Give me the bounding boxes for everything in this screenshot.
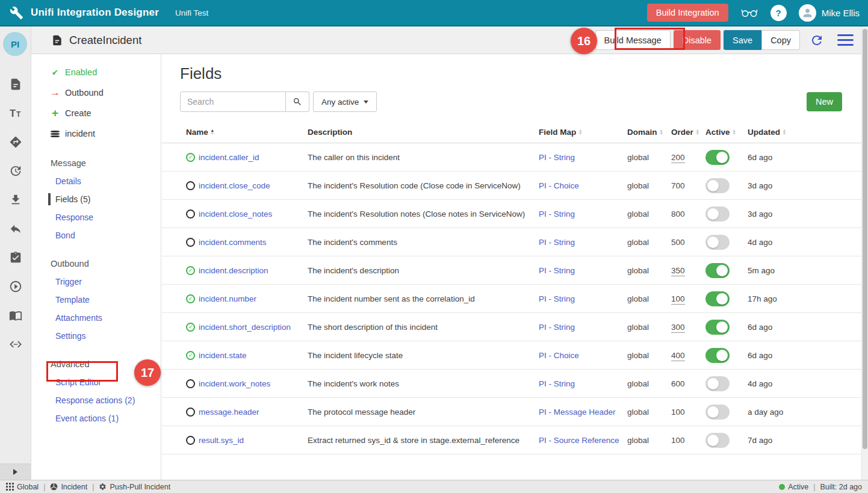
sidebar-item-enabled[interactable]: Enabled [32,62,161,82]
sidebar-item-response[interactable]: Response [32,208,161,226]
field-name-link[interactable]: incident.comments [199,238,308,247]
sidebar-item-template[interactable]: Template [32,291,161,309]
search-input[interactable] [180,91,286,112]
field-order[interactable]: 300 [671,323,705,332]
tasks-icon[interactable] [0,250,31,265]
active-toggle[interactable] [705,348,730,363]
field-description: The incident number sent as the correlat… [308,294,539,303]
field-order[interactable]: 400 [671,351,705,360]
active-toggle[interactable] [705,291,730,306]
column-header-field-map[interactable]: Field Map [539,128,627,137]
field-name-link[interactable]: incident.number [199,294,308,303]
field-map-link[interactable]: PI - Choice [539,181,627,190]
field-map-link[interactable]: PI - String [539,266,627,275]
column-header-domain[interactable]: Domain [627,128,671,137]
field-order[interactable]: 350 [671,266,705,275]
field-order-value: 400 [671,351,685,361]
sidebar-item-outbound[interactable]: Outbound [32,82,161,103]
field-map-link[interactable]: PI - String [539,153,627,162]
field-name-link[interactable]: incident.caller_id [199,153,308,162]
disable-button[interactable]: Disable [674,30,721,50]
build-integration-button[interactable]: Build Integration [647,4,728,22]
active-toggle[interactable] [705,263,730,278]
field-name-link[interactable]: incident.work_notes [199,379,308,388]
reply-icon[interactable] [0,222,31,236]
expand-sidebar-button[interactable] [0,464,31,480]
field-map-link[interactable]: PI - String [539,294,627,303]
field-map-link[interactable]: PI - Choice [539,351,627,360]
scrollbar-thumb[interactable] [863,29,867,449]
search-button[interactable] [286,91,309,112]
workspace-name[interactable]: Unifi Test [175,8,208,17]
directions-icon[interactable] [0,135,31,149]
field-description: The incident's Resolution notes (Close n… [308,209,539,219]
table-row: incident.work_notesThe incident's work n… [162,370,861,398]
column-header-updated[interactable]: Updated [748,128,861,137]
field-map-link[interactable]: PI - String [539,379,627,388]
sidebar-item-fields-5-[interactable]: Fields (5) [32,190,161,208]
document-icon[interactable] [0,77,31,91]
active-toggle[interactable] [705,405,730,420]
field-name-link[interactable]: message.header [199,408,308,417]
code-icon[interactable] [0,337,31,352]
scrollbar[interactable] [861,26,868,480]
download-icon[interactable] [0,193,31,207]
copy-button[interactable]: Copy [761,30,800,50]
refresh-icon[interactable] [810,33,824,48]
sidebar-item-response-actions-2-[interactable]: Response actions (2) [32,391,161,409]
process-avatar[interactable]: PI [3,32,27,56]
active-toggle[interactable] [705,178,730,193]
sidebar-item-settings[interactable]: Settings [32,327,161,345]
column-header-order[interactable]: Order [671,128,705,137]
sidebar-item-event-actions-1-[interactable]: Event actions (1) [32,409,161,427]
statusbar-item-global[interactable]: Global [6,483,39,491]
active-check-circle-icon [186,351,195,360]
active-toggle[interactable] [705,433,730,448]
run-icon[interactable] [0,279,31,294]
active-toggle[interactable] [705,320,730,335]
field-order[interactable]: 100 [671,294,705,303]
sidebar-item-details[interactable]: Details [32,172,161,190]
field-map-link[interactable]: PI - String [539,323,627,332]
field-name-link[interactable]: result.sys_id [199,436,308,445]
column-label: Name [186,128,208,137]
help-icon[interactable]: ? [770,5,787,21]
statusbar-item-push-pull-incident[interactable]: Push-Pull Incident [99,483,170,491]
sidebar-item-label: incident [65,129,95,138]
build-message-button[interactable]: Build Message [595,30,671,50]
sidebar-item-create[interactable]: Create [32,103,161,123]
active-toggle[interactable] [705,150,730,165]
new-field-button[interactable]: New [807,92,842,111]
book-icon[interactable] [0,308,31,323]
table-row: incident.commentsThe incident's comments… [162,228,861,256]
column-header-active[interactable]: Active [705,128,748,137]
user-menu[interactable]: Mike Ellis [799,4,860,22]
history-icon[interactable] [0,164,31,178]
field-order[interactable]: 200 [671,153,705,162]
column-header-name[interactable]: Name [186,128,308,137]
preview-glasses-icon[interactable] [741,7,758,19]
sidebar-item-attachments[interactable]: Attachments [32,309,161,327]
text-icon[interactable]: TT [0,106,31,120]
active-toggle[interactable] [705,206,730,222]
statusbar-item-incident[interactable]: Incident [50,483,87,491]
sort-arrows-icon [696,129,699,135]
field-name-link[interactable]: incident.close_notes [199,209,308,219]
field-map-link[interactable]: PI - String [539,209,627,219]
field-name-link[interactable]: incident.state [199,351,308,360]
field-map-link[interactable]: PI - Message Header [539,408,627,417]
field-map-link[interactable]: PI - String [539,238,627,247]
field-map-link[interactable]: PI - Source Reference [539,436,627,445]
active-toggle[interactable] [705,235,730,250]
sidebar-item-bond[interactable]: Bond [32,226,161,244]
field-name-link[interactable]: incident.close_code [199,181,308,190]
sidebar-item-label: Outbound [65,88,104,98]
menu-icon[interactable] [837,34,854,46]
active-filter-dropdown[interactable]: Any active [313,91,377,112]
active-toggle[interactable] [705,376,730,391]
sidebar-item-incident[interactable]: incident [32,123,161,144]
field-name-link[interactable]: incident.description [199,266,308,275]
save-button[interactable]: Save [724,30,761,50]
field-name-link[interactable]: incident.short_description [199,323,308,332]
sidebar-item-trigger[interactable]: Trigger [32,273,161,291]
